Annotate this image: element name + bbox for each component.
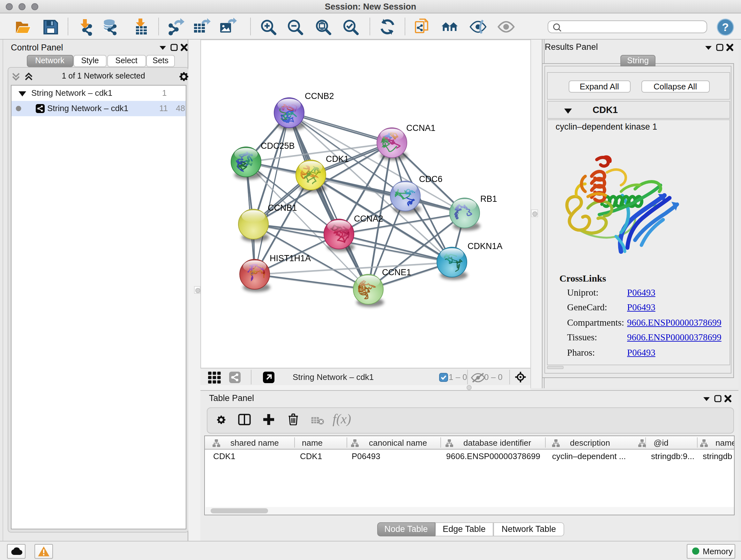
svg-text:RB1: RB1 [480,194,497,204]
svg-text:CDK1: CDK1 [326,154,348,164]
svg-text:CCNA2: CCNA2 [354,214,383,224]
svg-text:?: ? [722,21,729,33]
svg-text:HIST1H1A: HIST1H1A [269,253,311,263]
svg-text:CDKN1A: CDKN1A [467,241,502,251]
svg-text:CCNE1: CCNE1 [382,267,411,277]
svg-text:CCNA1: CCNA1 [406,123,435,133]
svg-text:CCNB2: CCNB2 [305,91,334,101]
svg-text:CDC6: CDC6 [419,174,442,184]
svg-text:CDC25B: CDC25B [260,141,294,151]
svg-text:CCNB1: CCNB1 [267,203,297,212]
